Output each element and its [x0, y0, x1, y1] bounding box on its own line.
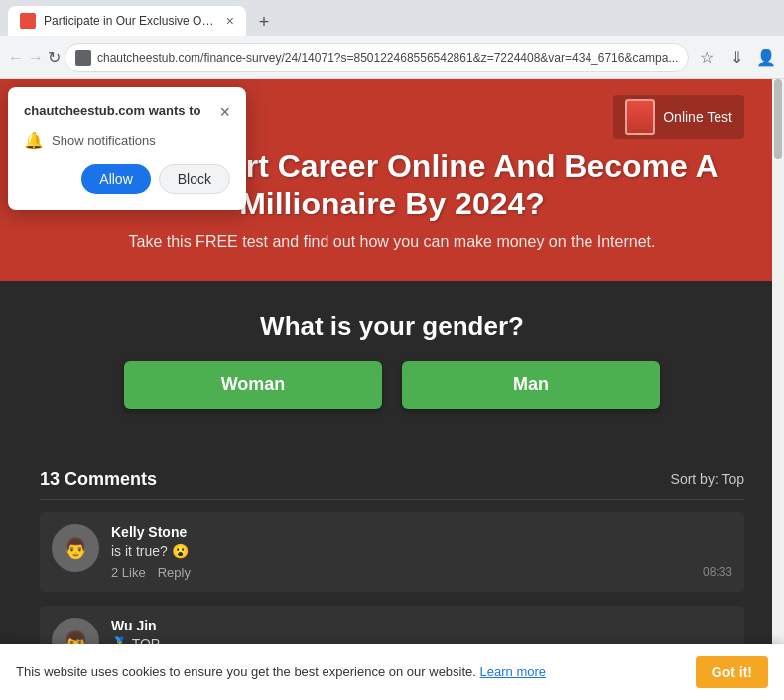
profile-button[interactable]: 👤 — [752, 44, 780, 71]
block-button[interactable]: Block — [159, 164, 230, 194]
popup-buttons: Allow Block — [24, 164, 230, 194]
back-button[interactable]: ← — [8, 44, 24, 71]
scrollbar-thumb[interactable] — [774, 79, 782, 159]
comment-body: Kelly Stone is it true? 😮 2 Like Reply 0… — [111, 524, 732, 580]
scrollbar[interactable] — [772, 79, 784, 700]
refresh-button[interactable]: ↻ — [48, 44, 61, 71]
nav-bar: ← → ↻ chautcheestub.com/finance-survey/2… — [0, 36, 784, 79]
woman-button[interactable]: Woman — [124, 361, 382, 409]
browser-frame: Participate in Our Exclusive Onl... × + … — [0, 0, 784, 700]
reply-button[interactable]: Reply — [158, 565, 191, 580]
gender-question: What is your gender? — [40, 311, 744, 342]
popup-notification-label: Show notifications — [52, 133, 156, 148]
address-text: chautcheestub.com/finance-survey/24/1407… — [97, 51, 678, 65]
avatar-placeholder: 👨 — [52, 524, 99, 572]
gender-buttons: Woman Man — [40, 361, 744, 409]
forward-button[interactable]: → — [28, 44, 44, 71]
cookie-text: This website uses cookies to ensure you … — [16, 663, 684, 681]
online-test-label: Online Test — [663, 109, 732, 125]
learn-more-link[interactable]: Learn more — [480, 664, 546, 679]
subheadline: Take this FREE test and find out how you… — [40, 233, 744, 251]
comment-name: Kelly Stone — [111, 524, 732, 540]
man-button[interactable]: Man — [402, 361, 660, 409]
table-row: 👨 Kelly Stone is it true? 😮 2 Like Reply… — [40, 512, 744, 592]
main-content: What is your gender? Woman Man — [0, 281, 784, 469]
like-button[interactable]: 2 Like — [111, 565, 146, 580]
bell-icon: 🔔 — [24, 131, 44, 150]
address-bar[interactable]: chautcheestub.com/finance-survey/24/1407… — [65, 43, 689, 72]
popup-title: chautcheestub.com wants to — [24, 103, 200, 118]
bookmark-button[interactable]: ☆ — [693, 44, 720, 71]
tab-close-button[interactable]: × — [226, 13, 234, 29]
tab-favicon — [20, 13, 36, 29]
comment-name: Wu Jin — [111, 618, 732, 633]
active-tab[interactable]: Participate in Our Exclusive Onl... × — [8, 6, 246, 36]
comment-text: is it true? 😮 — [111, 543, 732, 559]
download-button[interactable]: ⇓ — [722, 44, 750, 71]
new-tab-button[interactable]: + — [250, 8, 278, 36]
comments-header: 13 Comments Sort by: Top — [40, 469, 744, 500]
notification-popup: chautcheestub.com wants to × 🔔 Show noti… — [8, 87, 246, 210]
allow-button[interactable]: Allow — [81, 164, 150, 194]
comment-actions: 2 Like Reply 08:33 — [111, 565, 732, 580]
comments-sort: Sort by: Top — [671, 471, 744, 487]
comment-time: 08:33 — [703, 565, 732, 579]
popup-close-button[interactable]: × — [219, 103, 230, 121]
tab-bar: Participate in Our Exclusive Onl... × + — [0, 0, 784, 36]
cookie-message: This website uses cookies to ensure you … — [16, 664, 476, 679]
badge-icon — [625, 99, 655, 135]
page-content: chautcheestub.com wants to × 🔔 Show noti… — [0, 79, 784, 700]
avatar: 👨 — [52, 524, 99, 572]
online-test-badge: Online Test — [613, 95, 744, 139]
tab-title: Participate in Our Exclusive Onl... — [44, 14, 218, 28]
nav-actions: ☆ ⇓ 👤 ⋮ — [693, 44, 784, 71]
comments-count: 13 Comments — [40, 469, 157, 490]
cookie-banner: This website uses cookies to ensure you … — [0, 644, 784, 700]
security-icon — [75, 50, 91, 66]
got-it-button[interactable]: Got it! — [696, 656, 768, 688]
popup-header: chautcheestub.com wants to × — [24, 103, 230, 121]
popup-notification-item: 🔔 Show notifications — [24, 131, 230, 150]
